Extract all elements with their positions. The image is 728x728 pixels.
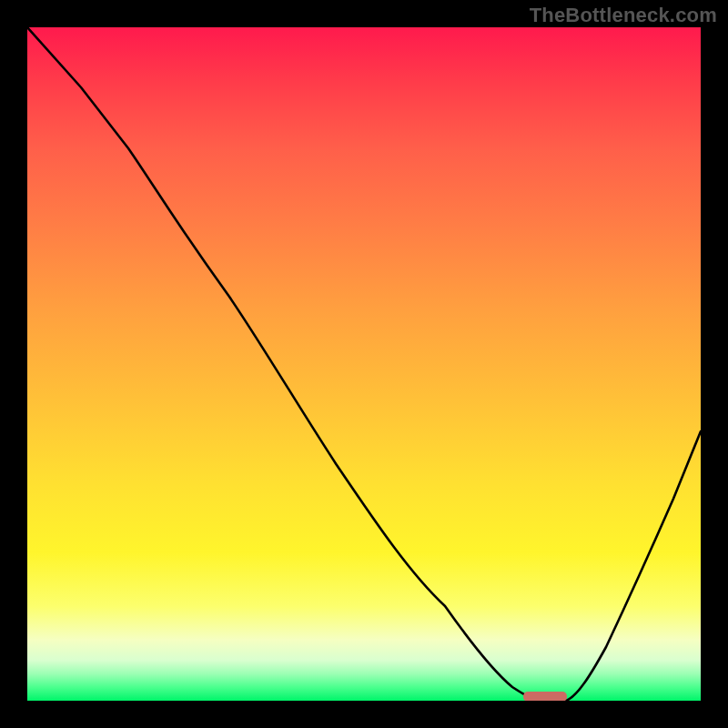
chart-frame: TheBottleneck.com	[0, 0, 728, 728]
watermark-text: TheBottleneck.com	[530, 4, 717, 27]
optimal-marker	[523, 692, 567, 701]
curve-layer	[27, 27, 701, 701]
bottleneck-curve	[27, 27, 701, 701]
plot-area	[27, 27, 701, 701]
